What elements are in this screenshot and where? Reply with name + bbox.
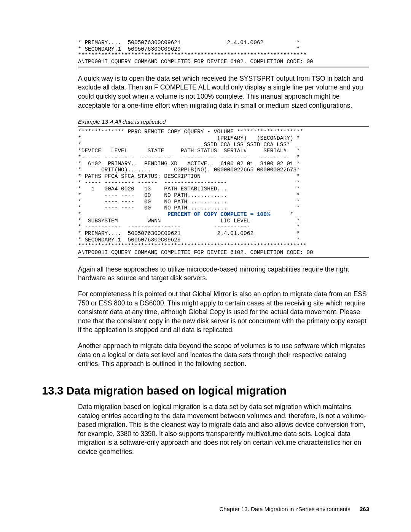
code-line: * SSID CCA LSS SSID CCA LSS* — [78, 142, 290, 148]
code-line: * 6102 PRIMARY.. PENDING.XD ACTIVE.. 610… — [78, 161, 300, 167]
paragraph: A quick way is to open the data set whic… — [78, 74, 369, 110]
code-line: * SUBSYSTEM WWNN LIC LEVEL * — [78, 218, 300, 224]
example-caption: Example 13-4 All data is replicated — [78, 118, 369, 125]
code-line: * 1 00A4 0020 13 PATH ESTABLISHED... * — [78, 186, 300, 192]
code-line: *DEVICE LEVEL STATE PATH STATUS SERIAL# … — [78, 148, 300, 154]
code-line: * ----------- ---------------- ---------… — [78, 224, 300, 230]
code-line: ANTP0001I CQUERY COMMAND COMPLETED FOR D… — [78, 249, 313, 256]
code-line: * ---- ---- 00 NO PATH............ * — [78, 205, 300, 211]
code-line: ****************************************… — [78, 243, 306, 249]
code-line: * PRIMARY.... 5005076300C09621 2.4.01.00… — [78, 40, 300, 46]
paragraph: Another approach to migrate data beyond … — [78, 342, 369, 369]
code-line: ANTP0001I CQUERY COMMAND COMPLETED FOR D… — [78, 59, 313, 65]
code-line: ****************************************… — [78, 52, 306, 58]
percent-complete-highlight: PERCENT OF COPY COMPLETE = 100% — [167, 211, 270, 217]
code-line: * SECONDARY.1 5005076300C09629 * — [78, 237, 300, 243]
code-line: ************** PPRC REMOTE COPY CQUERY -… — [78, 129, 303, 135]
code-line: * SECONDARY.1 5005076300C09629 * — [78, 46, 300, 52]
section-heading: 13.3 Data migration based on logical mig… — [42, 385, 369, 397]
code-line: * — [270, 211, 293, 217]
code-line: * ----- --------- ------ ---------------… — [78, 180, 300, 186]
footer-page-number: 263 — [360, 506, 369, 512]
code-line: * ---- ---- 00 NO PATH............ * — [78, 192, 300, 198]
code-block-1: * PRIMARY.... 5005076300C09621 2.4.01.00… — [78, 38, 369, 67]
paragraph: For completeness it is pointed out that … — [78, 290, 369, 335]
code-line: * — [78, 211, 167, 217]
code-line: * PRIMARY.... 5005076300C09621 2.4.01.00… — [78, 230, 300, 236]
page-footer: Chapter 13. Data Migration in zSeries en… — [0, 506, 411, 512]
code-line: * (PRIMARY) (SECONDARY) * — [78, 135, 300, 141]
code-line: * PATHS PFCA SFCA STATUS: DESCRIPTION * — [78, 173, 300, 179]
paragraph: Data migration based on logical migratio… — [78, 403, 369, 457]
footer-chapter: Chapter 13. Data Migration in zSeries en… — [219, 506, 350, 512]
paragraph: Again all these approaches to utilize mi… — [78, 265, 369, 283]
code-line: * CRIT(NO)....... CGRPLB(NO). 0000000226… — [78, 167, 300, 173]
page: * PRIMARY.... 5005076300C09621 2.4.01.00… — [0, 0, 411, 532]
code-line: * ---- ---- 00 NO PATH............ * — [78, 199, 300, 205]
code-line: *------ --------- ---------- -----------… — [78, 154, 300, 160]
code-block-2: ************** PPRC REMOTE COPY CQUERY -… — [78, 126, 369, 258]
